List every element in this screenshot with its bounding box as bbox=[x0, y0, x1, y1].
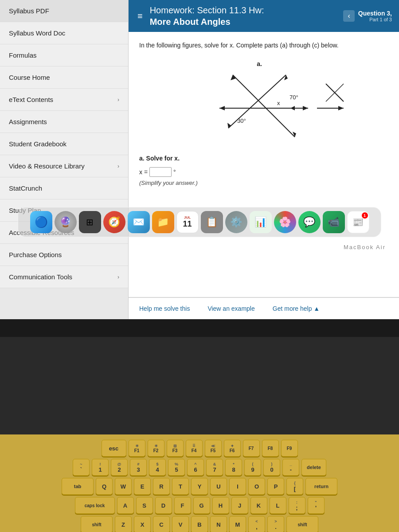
sidebar-item-student-gradebook[interactable]: Student Gradebook bbox=[0, 133, 128, 155]
key-comma[interactable]: <, bbox=[248, 516, 265, 532]
dock-finder2[interactable]: 📁 bbox=[152, 211, 174, 233]
key-f6[interactable]: ✦F6 bbox=[224, 440, 241, 457]
dock-safari[interactable]: 🧭 bbox=[103, 211, 125, 233]
key-3[interactable]: #3 bbox=[130, 459, 147, 476]
key-4[interactable]: $4 bbox=[149, 459, 166, 476]
key-shift-right[interactable]: shift bbox=[286, 516, 318, 532]
back-button[interactable]: ‹ bbox=[343, 10, 354, 22]
key-s[interactable]: S bbox=[136, 497, 153, 514]
keyboard: esc ☀F1 ☀F2 ⊞F3 ⠿F4 ≪F5 ✦F6 F7 F8 F9 ~` … bbox=[0, 434, 399, 532]
dock-calendar[interactable]: JUL 11 bbox=[176, 211, 199, 233]
key-o[interactable]: O bbox=[248, 478, 265, 495]
dock-news[interactable]: 📰 1 bbox=[347, 211, 369, 233]
key-9[interactable]: (9 bbox=[244, 459, 261, 476]
key-f2[interactable]: ☀F2 bbox=[148, 440, 164, 457]
key-i[interactable]: I bbox=[229, 478, 246, 495]
key-period[interactable]: >. bbox=[267, 516, 284, 532]
key-esc[interactable]: esc bbox=[102, 440, 126, 457]
sidebar-item-purchase-options[interactable]: Purchase Options bbox=[0, 244, 128, 266]
get-more-help-button[interactable]: Get more help ▲ bbox=[273, 305, 320, 312]
key-p[interactable]: P bbox=[267, 478, 284, 495]
page-title: Homework: Section 11.3 Hw: More About An… bbox=[150, 4, 264, 27]
sidebar-item-syllabus-pdf[interactable]: Syllabus PDF bbox=[0, 0, 128, 22]
key-5[interactable]: %5 bbox=[168, 459, 185, 476]
sidebar-label-syllabus-pdf: Syllabus PDF bbox=[9, 7, 49, 15]
dock-activity[interactable]: 📊 bbox=[250, 211, 272, 233]
key-caps[interactable]: caps lock bbox=[75, 497, 115, 514]
key-f3[interactable]: ⊞F3 bbox=[167, 440, 184, 457]
answer-input[interactable] bbox=[149, 167, 172, 177]
sidebar-label-assignments: Assignments bbox=[9, 118, 47, 125]
question-number: Question 3, bbox=[358, 10, 392, 17]
key-q[interactable]: Q bbox=[96, 478, 113, 495]
sidebar-item-course-home[interactable]: Course Home bbox=[0, 66, 128, 89]
key-z[interactable]: Z bbox=[115, 516, 132, 532]
dock-calendar-date: 11 bbox=[183, 219, 192, 229]
question-badge: Question 3, Part 1 of 3 bbox=[358, 10, 392, 22]
key-r[interactable]: R bbox=[153, 478, 170, 495]
key-t[interactable]: T bbox=[172, 478, 189, 495]
key-shift-left[interactable]: shift bbox=[81, 516, 113, 532]
help-me-solve-button[interactable]: Help me solve this bbox=[139, 305, 190, 312]
key-f8[interactable]: F8 bbox=[262, 440, 279, 457]
key-f5[interactable]: ≪F5 bbox=[205, 440, 222, 457]
key-7[interactable]: &7 bbox=[206, 459, 223, 476]
dock-finder[interactable]: 🔵 bbox=[30, 211, 52, 233]
key-c[interactable]: C bbox=[153, 516, 170, 532]
sidebar-item-video-resource[interactable]: Video & Resource Library› bbox=[0, 155, 128, 177]
key-x[interactable]: X bbox=[134, 516, 151, 532]
key-j[interactable]: J bbox=[231, 497, 248, 514]
key-6[interactable]: ^6 bbox=[187, 459, 204, 476]
key-a[interactable]: A bbox=[117, 497, 134, 514]
main-content: ≡ Homework: Section 11.3 Hw: More About … bbox=[129, 0, 399, 319]
key-y[interactable]: Y bbox=[191, 478, 208, 495]
key-f[interactable]: F bbox=[174, 497, 191, 514]
key-u[interactable]: U bbox=[210, 478, 227, 495]
dock-photos[interactable]: 🌸 bbox=[274, 211, 296, 233]
dock-facetime[interactable]: 📹 bbox=[323, 211, 345, 233]
key-g[interactable]: G bbox=[193, 497, 210, 514]
view-example-button[interactable]: View an example bbox=[207, 305, 254, 312]
key-v[interactable]: V bbox=[172, 516, 189, 532]
sidebar-item-statcrunch[interactable]: StatCrunch bbox=[0, 177, 128, 200]
key-delete[interactable]: delete bbox=[301, 459, 326, 476]
key-e[interactable]: E bbox=[134, 478, 151, 495]
key-f7[interactable]: F7 bbox=[243, 440, 260, 457]
key-w[interactable]: W bbox=[115, 478, 132, 495]
key-tab[interactable]: tab bbox=[62, 478, 94, 495]
key-f4[interactable]: ⠿F4 bbox=[186, 440, 203, 457]
dock-system-prefs[interactable]: ⚙️ bbox=[225, 211, 247, 233]
menu-icon[interactable]: ≡ bbox=[136, 9, 145, 23]
key-l[interactable]: L bbox=[270, 497, 286, 514]
key-k[interactable]: K bbox=[250, 497, 267, 514]
key-backtick[interactable]: ~` bbox=[73, 459, 90, 476]
dock-siri[interactable]: 🔮 bbox=[55, 211, 77, 233]
key-m[interactable]: M bbox=[229, 516, 246, 532]
key-bracket-open[interactable]: {[ bbox=[286, 478, 303, 495]
dock-messages[interactable]: 💬 bbox=[298, 211, 321, 233]
title-line2: More About Angles bbox=[150, 16, 264, 27]
key-semicolon[interactable]: :; bbox=[289, 497, 305, 514]
key-f1[interactable]: ☀F1 bbox=[129, 440, 145, 457]
key-quote[interactable]: "' bbox=[308, 497, 325, 514]
key-h[interactable]: H bbox=[212, 497, 229, 514]
dock-launchpad[interactable]: ⊞ bbox=[79, 211, 101, 233]
svg-marker-4 bbox=[231, 75, 236, 80]
sidebar-item-etext-contents[interactable]: eText Contents› bbox=[0, 89, 128, 111]
key-2[interactable]: @2 bbox=[111, 459, 128, 476]
sidebar-item-syllabus-word[interactable]: Syllabus Word Doc bbox=[0, 22, 128, 44]
key-1[interactable]: !1 bbox=[92, 459, 109, 476]
key-0[interactable]: )0 bbox=[263, 459, 280, 476]
key-n[interactable]: N bbox=[210, 516, 227, 532]
sidebar-item-formulas[interactable]: Formulas bbox=[0, 44, 128, 66]
dock-notes[interactable]: 📋 bbox=[201, 211, 223, 233]
key-return[interactable]: return bbox=[305, 478, 337, 495]
dock-mail[interactable]: ✉️ bbox=[128, 211, 150, 233]
key-f9[interactable]: F9 bbox=[281, 440, 298, 457]
key-b[interactable]: B bbox=[191, 516, 208, 532]
key-minus[interactable]: _- bbox=[282, 459, 299, 476]
sidebar-item-assignments[interactable]: Assignments bbox=[0, 111, 128, 133]
key-8[interactable]: *8 bbox=[225, 459, 242, 476]
key-d[interactable]: D bbox=[155, 497, 172, 514]
sidebar-item-communication-tools[interactable]: Communication Tools› bbox=[0, 266, 128, 288]
